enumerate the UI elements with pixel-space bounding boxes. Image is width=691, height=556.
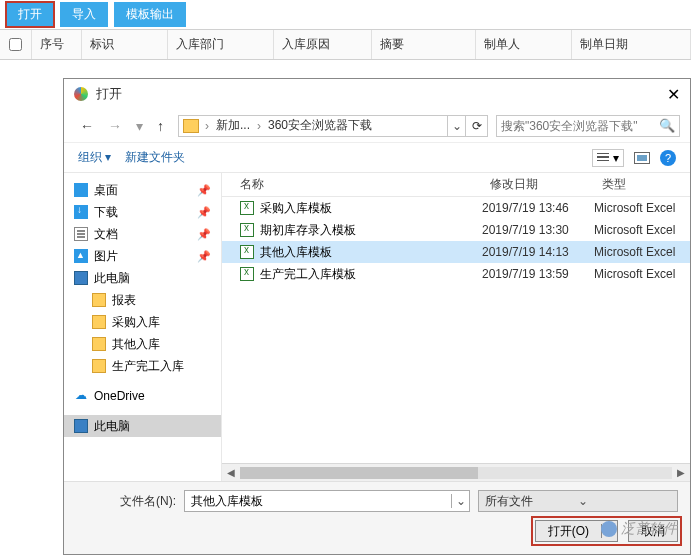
file-row[interactable]: 生产完工入库模板2019/7/19 13:59Microsoft Excel — [222, 263, 690, 285]
breadcrumb-part1[interactable]: 新加... — [211, 117, 255, 134]
folder-icon — [92, 337, 106, 351]
xls-icon — [240, 223, 254, 237]
dialog-title: 打开 — [96, 85, 646, 103]
preview-pane-icon[interactable] — [634, 152, 650, 164]
scroll-right-icon[interactable]: ▶ — [674, 467, 688, 478]
col-seq[interactable]: 序号 — [32, 30, 82, 59]
file-name: 生产完工入库模板 — [260, 266, 356, 283]
dialog-footer: 文件名(N): ⌄ 所有文件 ⌄ 打开(O) ▼ 取消 — [64, 481, 690, 554]
close-icon[interactable]: ✕ — [646, 85, 680, 104]
file-row[interactable]: 采购入库模板2019/7/19 13:46Microsoft Excel — [222, 197, 690, 219]
col-maker[interactable]: 制单人 — [476, 30, 572, 59]
filename-input[interactable] — [185, 494, 451, 508]
dialog-body: 桌面📌 下载📌 文档📌 图片📌 此电脑 报表 采购入库 其他入库 生产完工入库 … — [64, 173, 690, 481]
tree-qtrk[interactable]: 其他入库 — [64, 333, 221, 355]
open-confirm-button[interactable]: 打开(O) ▼ — [535, 520, 618, 542]
file-name: 采购入库模板 — [260, 200, 332, 217]
col-reason[interactable]: 入库原因 — [274, 30, 372, 59]
xls-icon — [240, 245, 254, 259]
open-split-dropdown-icon[interactable]: ▼ — [601, 524, 617, 538]
template-export-button[interactable]: 模板输出 — [114, 2, 186, 27]
grid-header: 序号 标识 入库部门 入库原因 摘要 制单人 制单日期 — [0, 30, 691, 60]
nav-back-icon[interactable]: ← — [74, 116, 100, 136]
chevron-down-icon: ⌄ — [578, 494, 671, 508]
tree-thispc2[interactable]: 此电脑 — [64, 415, 221, 437]
tree-thispc[interactable]: 此电脑 — [64, 267, 221, 289]
open-file-dialog: 打开 ✕ ← → ▾ ↑ › 新加... › 360安全浏览器下载 ⌄ ⟳ 🔍 … — [63, 78, 691, 555]
refresh-icon[interactable]: ⟳ — [465, 116, 487, 136]
filetype-filter[interactable]: 所有文件 ⌄ — [478, 490, 678, 512]
col-date[interactable]: 制单日期 — [572, 30, 691, 59]
file-row[interactable]: 其他入库模板2019/7/19 14:13Microsoft Excel — [222, 241, 690, 263]
tree-docs[interactable]: 文档📌 — [64, 223, 221, 245]
scroll-thumb[interactable] — [240, 467, 478, 479]
select-all-cell — [0, 30, 32, 59]
document-icon — [74, 227, 88, 241]
pin-icon: 📌 — [197, 184, 211, 197]
desktop-icon — [74, 183, 88, 197]
dialog-toolbar: 组织 ▾ 新建文件夹 ▾ ? — [64, 143, 690, 173]
file-date: 2019/7/19 14:13 — [482, 245, 594, 259]
new-folder-button[interactable]: 新建文件夹 — [125, 149, 185, 166]
xls-icon — [240, 267, 254, 281]
file-date: 2019/7/19 13:46 — [482, 201, 594, 215]
filename-dropdown-icon[interactable]: ⌄ — [451, 494, 469, 508]
col-modified[interactable]: 修改日期 — [482, 176, 594, 193]
tree-scwgrk[interactable]: 生产完工入库 — [64, 355, 221, 377]
col-flag[interactable]: 标识 — [82, 30, 168, 59]
tree-pics[interactable]: 图片📌 — [64, 245, 221, 267]
pc-icon — [74, 419, 88, 433]
nav-arrows: ← → ▾ ↑ — [74, 116, 170, 136]
col-dept[interactable]: 入库部门 — [168, 30, 274, 59]
folder-icon — [92, 359, 106, 373]
col-filename[interactable]: 名称 — [222, 176, 482, 193]
dialog-titlebar: 打开 ✕ — [64, 79, 690, 109]
file-type: Microsoft Excel — [594, 223, 690, 237]
file-type: Microsoft Excel — [594, 245, 690, 259]
col-type[interactable]: 类型 — [594, 176, 690, 193]
filename-label: 文件名(N): — [76, 493, 176, 510]
cancel-button[interactable]: 取消 — [628, 520, 678, 542]
file-date: 2019/7/19 13:59 — [482, 267, 594, 281]
pin-icon: 📌 — [197, 206, 211, 219]
folder-icon — [92, 293, 106, 307]
nav-up-icon[interactable]: ↑ — [151, 116, 170, 136]
scroll-left-icon[interactable]: ◀ — [224, 467, 238, 478]
dialog-search[interactable]: 🔍 — [496, 115, 680, 137]
import-button[interactable]: 导入 — [60, 2, 108, 27]
breadcrumb-dropdown-icon[interactable]: ⌄ — [447, 116, 465, 136]
filename-field-wrap: ⌄ — [184, 490, 470, 512]
tree-cgrk[interactable]: 采购入库 — [64, 311, 221, 333]
download-icon — [74, 205, 88, 219]
tree-desktop[interactable]: 桌面📌 — [64, 179, 221, 201]
file-row[interactable]: 期初库存录入模板2019/7/19 13:30Microsoft Excel — [222, 219, 690, 241]
breadcrumb-part2[interactable]: 360安全浏览器下载 — [263, 117, 377, 134]
dialog-icon — [74, 87, 88, 101]
search-input[interactable] — [501, 119, 659, 133]
search-icon[interactable]: 🔍 — [659, 118, 675, 133]
tree-onedrive[interactable]: ☁OneDrive — [64, 385, 221, 407]
file-list: 名称 修改日期 类型 采购入库模板2019/7/19 13:46Microsof… — [222, 173, 690, 481]
scroll-track[interactable] — [240, 467, 672, 479]
pin-icon: 📌 — [197, 250, 211, 263]
tree-reports[interactable]: 报表 — [64, 289, 221, 311]
tree-download[interactable]: 下载📌 — [64, 201, 221, 223]
view-mode-button[interactable]: ▾ — [592, 149, 624, 167]
breadcrumb-sep: › — [203, 119, 211, 133]
dialog-nav: ← → ▾ ↑ › 新加... › 360安全浏览器下载 ⌄ ⟳ 🔍 — [64, 109, 690, 143]
nav-recent-icon[interactable]: ▾ — [130, 116, 149, 136]
nav-forward-icon[interactable]: → — [102, 116, 128, 136]
col-summary[interactable]: 摘要 — [372, 30, 476, 59]
select-all-checkbox[interactable] — [9, 38, 22, 51]
horizontal-scrollbar[interactable]: ◀ ▶ — [222, 463, 690, 481]
breadcrumb[interactable]: › 新加... › 360安全浏览器下载 ⌄ ⟳ — [178, 115, 488, 137]
folder-icon — [92, 315, 106, 329]
xls-icon — [240, 201, 254, 215]
breadcrumb-sep: › — [255, 119, 263, 133]
organize-menu[interactable]: 组织 ▾ — [78, 149, 111, 166]
open-button[interactable]: 打开 — [6, 2, 54, 27]
help-icon[interactable]: ? — [660, 150, 676, 166]
dialog-buttons: 打开(O) ▼ 取消 — [535, 520, 678, 542]
pc-icon — [74, 271, 88, 285]
file-type: Microsoft Excel — [594, 267, 690, 281]
